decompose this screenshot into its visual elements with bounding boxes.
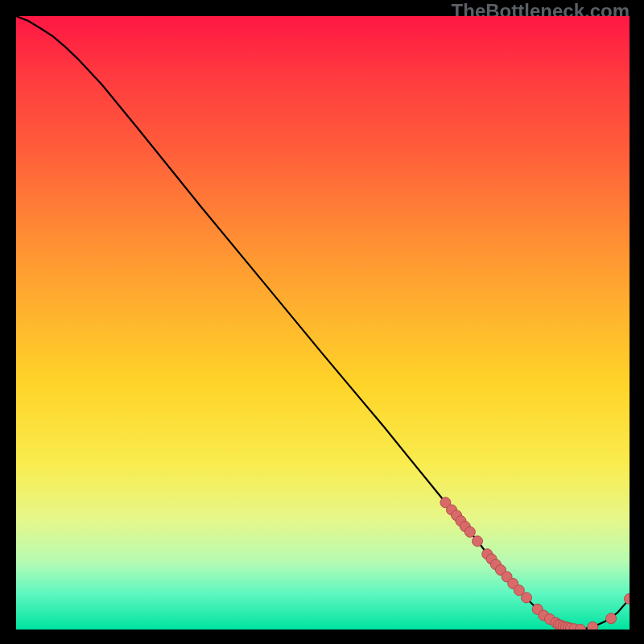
data-dot (521, 592, 531, 603)
bottleneck-curve (16, 16, 630, 630)
chart-plot-area (16, 16, 630, 630)
data-dot (606, 613, 617, 624)
data-dot (464, 526, 475, 537)
chart-svg (16, 16, 630, 630)
data-dot (473, 536, 483, 547)
data-dot (625, 593, 630, 604)
data-dot (588, 621, 598, 630)
data-dots (440, 497, 630, 630)
